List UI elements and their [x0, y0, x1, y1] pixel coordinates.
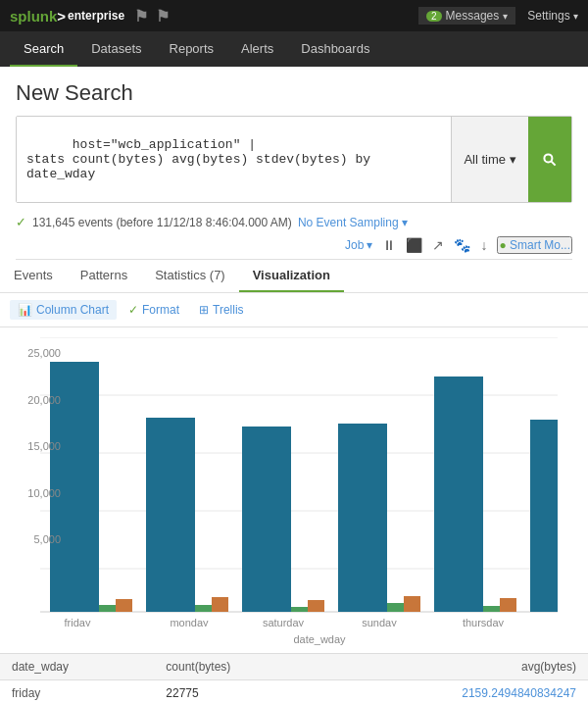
bar-saturday-avg [291, 607, 308, 612]
tab-patterns[interactable]: Patterns [67, 260, 141, 292]
chart-svg-wrapper: friday monday saturday sunday thursday [20, 337, 578, 629]
tab-events[interactable]: Events [0, 260, 67, 292]
nav-item-alerts[interactable]: Alerts [227, 31, 287, 67]
job-caret-icon: ▾ [367, 238, 372, 252]
x-label-saturday: saturday [263, 617, 305, 627]
nav-icon-2: ⚑ [156, 7, 170, 25]
job-label: Job [345, 238, 364, 252]
status-bar: ✓ 131,645 events (before 11/12/18 8:46:0… [16, 211, 572, 233]
col-header-count-bytes: count(bytes) [154, 654, 323, 680]
viz-toolbar: 📊 Column Chart ✓ Format ⊞ Trellis [0, 293, 588, 327]
bar-friday-avg [99, 605, 116, 612]
time-range-label: All time [464, 152, 506, 167]
cell-count-bytes: 22775 [154, 680, 323, 704]
messages-badge: 2 [426, 11, 442, 22]
event-count-text: 131,645 events (before 11/12/18 8:46:04.… [32, 216, 292, 229]
col-header-avg-bytes: avg(bytes) [323, 654, 588, 680]
share-button[interactable]: ↗ [430, 235, 446, 255]
y-label-5000: 5,000 [20, 533, 61, 545]
bar-monday-stdev [212, 597, 228, 612]
format-button[interactable]: ✓ Format [121, 300, 187, 320]
settings-caret-icon: ▾ [573, 11, 578, 22]
status-left: ✓ 131,645 events (before 11/12/18 8:46:0… [16, 215, 408, 229]
event-sampling-caret-icon: ▾ [402, 216, 408, 229]
enterprise-label: enterprise [68, 9, 124, 23]
event-sampling-button[interactable]: No Event Sampling ▾ [298, 216, 408, 229]
column-chart-button[interactable]: 📊 Column Chart [10, 300, 117, 320]
nav-item-reports[interactable]: Reports [156, 31, 228, 67]
nav-bar: Search Datasets Reports Alerts Dashboard… [0, 31, 588, 67]
bar-tuesday-count [530, 420, 558, 612]
search-go-icon [542, 152, 558, 168]
tabs-bar: Events Patterns Statistics (7) Visualiza… [0, 260, 588, 293]
pause-button[interactable]: ⏸ [380, 235, 398, 255]
cell-avg-bytes: 2159.2494840834247 [323, 680, 588, 704]
messages-button[interactable]: 2 Messages ▾ [418, 7, 515, 25]
bar-sunday-count [338, 424, 387, 612]
bar-monday-avg [195, 605, 212, 612]
messages-label: Messages [446, 9, 500, 23]
chart-area: 25,000 20,000 15,000 10,000 5,000 [0, 327, 588, 653]
page-title: New Search [16, 80, 572, 106]
splunk-logo: splunk> enterprise ⚑ ⚑ [10, 7, 170, 25]
settings-label: Settings [527, 9, 569, 23]
pin-button[interactable]: 🐾 [452, 235, 472, 255]
tab-statistics-label: Statistics (7) [155, 268, 225, 282]
time-range-button[interactable]: All time ▾ [451, 117, 528, 202]
bar-friday-stdev [116, 599, 132, 612]
y-label-20000: 20,000 [20, 394, 61, 406]
trellis-icon: ⊞ [199, 303, 209, 317]
bar-sunday-stdev [404, 596, 420, 612]
bar-thursday-stdev [500, 598, 516, 612]
x-axis-label: date_wday [61, 629, 578, 653]
y-label-25000: 25,000 [20, 347, 61, 359]
bar-saturday-count [242, 427, 291, 612]
bar-sunday-avg [387, 603, 404, 612]
nav-item-datasets[interactable]: Datasets [77, 31, 155, 67]
x-label-monday: monday [170, 617, 209, 627]
data-table: date_wday count(bytes) avg(bytes) friday… [0, 653, 588, 703]
top-bar-right: 2 Messages ▾ Settings ▾ [418, 7, 578, 25]
settings-button[interactable]: Settings ▾ [527, 9, 578, 23]
stop-button[interactable]: ⬛ [404, 235, 424, 255]
tab-patterns-label: Patterns [80, 268, 127, 282]
y-label-15000: 15,000 [20, 440, 61, 452]
x-label-sunday: sunday [362, 617, 397, 627]
tab-visualization[interactable]: Visualization [239, 260, 344, 292]
smart-mode-icon: ● [499, 238, 506, 252]
trellis-button[interactable]: ⊞ Trellis [191, 300, 252, 320]
nav-item-search[interactable]: Search [10, 31, 77, 67]
time-range-caret-icon: ▾ [510, 152, 516, 167]
cell-date-wday: friday [0, 680, 154, 704]
nav-item-dashboards[interactable]: Dashboards [287, 31, 383, 67]
page-content: New Search host="wcb_application" | stat… [0, 67, 588, 260]
search-bar: host="wcb_application" | stats count(byt… [16, 116, 572, 203]
top-navbar: splunk> enterprise ⚑ ⚑ 2 Messages ▾ Sett… [0, 0, 588, 31]
job-button[interactable]: Job ▾ [345, 238, 372, 252]
search-go-button[interactable] [528, 117, 571, 202]
job-bar: Job ▾ ⏸ ⬛ ↗ 🐾 ↓ ● Smart Mo... [16, 233, 572, 260]
search-input[interactable]: host="wcb_application" | stats count(byt… [17, 117, 451, 202]
splunk-brand-text: splunk> [10, 8, 66, 25]
tab-visualization-label: Visualization [253, 268, 330, 282]
table-row: friday 22775 2159.2494840834247 [0, 680, 588, 704]
smart-mode-button[interactable]: ● Smart Mo... [497, 236, 572, 254]
bar-saturday-stdev [308, 600, 324, 612]
column-chart-icon: 📊 [18, 303, 32, 317]
bar-monday-count [146, 418, 195, 612]
trellis-label: Trellis [213, 303, 244, 317]
y-axis-labels: 25,000 20,000 15,000 10,000 5,000 [20, 347, 61, 580]
bar-thursday-avg [483, 606, 500, 612]
format-label: Format [142, 303, 179, 317]
tab-statistics[interactable]: Statistics (7) [141, 260, 239, 292]
y-label-10000: 10,000 [20, 487, 61, 499]
tab-events-label: Events [14, 268, 53, 282]
bar-thursday-count [434, 377, 483, 612]
status-check-icon: ✓ [16, 215, 26, 229]
download-button[interactable]: ↓ [478, 235, 489, 255]
svg-line-1 [552, 161, 556, 165]
nav-icon-1: ⚑ [134, 7, 148, 25]
format-icon: ✓ [128, 303, 138, 317]
job-controls: ⏸ ⬛ ↗ 🐾 ↓ [380, 235, 489, 255]
event-sampling-label: No Event Sampling [298, 216, 399, 229]
